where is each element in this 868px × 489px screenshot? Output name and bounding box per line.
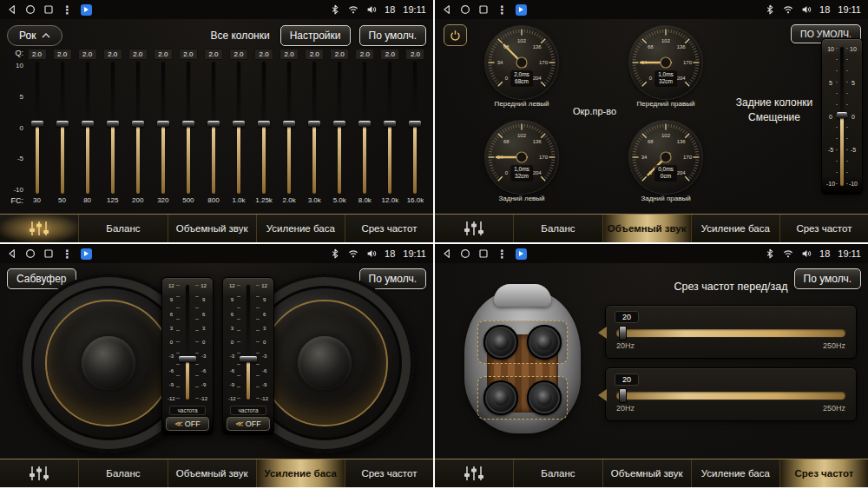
bass-slider-panel-left[interactable]: 129630-3-6-9-12 129630-3-6-9-12 частота …	[161, 277, 214, 435]
menu-icon[interactable]: ⋮	[62, 248, 73, 260]
band-slider-handle[interactable]	[258, 121, 270, 127]
band-slider[interactable]	[332, 62, 346, 194]
power-button[interactable]	[444, 24, 467, 46]
band-slider[interactable]	[408, 62, 422, 194]
gauge-front-left[interactable]: 03468102136170204 2,0ms68cm Передний лев…	[485, 26, 558, 108]
preset-dropdown[interactable]: Рок	[7, 25, 62, 46]
band-slider-handle[interactable]	[207, 121, 220, 127]
equalizer-body: Рок Все колонки Настройки По умолч. Q: 1…	[0, 19, 433, 214]
notification-app-icon[interactable]	[81, 4, 92, 16]
cutoff-slider-handle[interactable]	[619, 388, 627, 403]
back-icon[interactable]	[7, 4, 17, 15]
tab-surround[interactable]: Объемный звук	[602, 215, 691, 242]
settings-button[interactable]: Настройки	[280, 25, 351, 46]
band-slider[interactable]	[106, 62, 120, 194]
tab-freq-cut[interactable]: Срез частот	[779, 459, 868, 487]
cutoff-slider[interactable]	[616, 329, 845, 337]
tab-bass-boost[interactable]: Усиление баса	[256, 459, 345, 487]
tab-bass-boost[interactable]: Усиление баса	[691, 215, 779, 242]
recents-icon[interactable]	[43, 248, 54, 259]
four-screen-grid: ⋮ 18 19:11 Рок Все колонки Настройки По …	[0, 0, 868, 489]
gauge-rear-left[interactable]: 03468102136170204 1,0ms32cm Задний левый	[485, 121, 558, 202]
menu-icon[interactable]: ⋮	[496, 248, 508, 260]
band-slider[interactable]	[181, 62, 195, 194]
band-slider[interactable]	[282, 62, 296, 194]
recents-icon[interactable]	[478, 4, 489, 15]
eq-default-button[interactable]: По умолч.	[359, 25, 426, 46]
home-icon[interactable]	[25, 4, 36, 15]
home-icon[interactable]	[460, 248, 470, 259]
band-slider-handle[interactable]	[333, 121, 345, 127]
freqcut-default-button[interactable]: По умолч.	[794, 268, 861, 289]
rear-offset-slider[interactable]: 1050-5-10 1050-5-10	[821, 38, 863, 195]
band-slider[interactable]	[358, 62, 372, 194]
rear-speaker-pair[interactable]	[477, 376, 568, 420]
tab-bass-boost[interactable]: Усиление баса	[691, 459, 779, 487]
band-slider-handle[interactable]	[308, 121, 320, 127]
menu-icon[interactable]: ⋮	[62, 4, 73, 16]
band-slider[interactable]	[131, 62, 145, 194]
band-slider-handle[interactable]	[182, 121, 194, 127]
offset-slider-handle[interactable]	[837, 112, 846, 118]
gauge-rear-right[interactable]: 03468102136170204 0,0ms0cm Задний правый	[629, 121, 702, 202]
tab-surround[interactable]: Объемный звук	[168, 459, 256, 487]
tab-equalizer[interactable]	[0, 459, 78, 487]
tab-equalizer[interactable]	[435, 215, 513, 242]
back-icon[interactable]	[442, 4, 452, 15]
notification-app-icon[interactable]	[516, 4, 527, 16]
band-slider-handle[interactable]	[82, 121, 94, 127]
menu-icon[interactable]: ⋮	[496, 4, 508, 16]
tab-equalizer[interactable]	[0, 215, 78, 242]
notification-app-icon[interactable]	[81, 248, 92, 260]
bass-slider-panel-right[interactable]: 129630-3-6-9-12 129630-3-6-9-12 частота …	[222, 277, 274, 435]
band-slider[interactable]	[257, 62, 271, 194]
tab-freq-cut[interactable]: Срез частот	[779, 215, 868, 242]
bass-slider-handle[interactable]	[240, 356, 257, 362]
band-slider[interactable]	[307, 62, 321, 194]
band-slider-handle[interactable]	[132, 121, 144, 127]
band-frequency: 16.0k	[407, 196, 424, 207]
tab-balance[interactable]: Баланс	[513, 215, 602, 242]
band-slider-handle[interactable]	[107, 121, 119, 127]
band-slider[interactable]	[207, 62, 220, 194]
band-slider[interactable]	[383, 62, 397, 194]
back-icon[interactable]	[7, 248, 17, 259]
tab-freq-cut[interactable]: Срез частот	[345, 215, 433, 242]
band-slider-handle[interactable]	[31, 121, 43, 127]
tab-surround[interactable]: Объемный звук	[168, 215, 256, 242]
tab-bass-boost[interactable]: Усиление баса	[256, 215, 345, 242]
home-icon[interactable]	[460, 4, 470, 15]
band-slider-handle[interactable]	[157, 121, 169, 127]
back-icon[interactable]	[442, 248, 452, 259]
tab-balance[interactable]: Баланс	[78, 459, 167, 487]
subwoofer-off-button[interactable]: ≪ OFF	[227, 417, 269, 431]
band-slider-handle[interactable]	[409, 121, 421, 127]
tab-balance[interactable]: Баланс	[78, 215, 167, 242]
recents-icon[interactable]	[478, 248, 489, 259]
cutoff-slider[interactable]	[616, 392, 845, 400]
band-slider[interactable]	[156, 62, 170, 194]
band-slider[interactable]	[232, 62, 246, 194]
cutoff-slider-handle[interactable]	[619, 326, 627, 340]
home-icon[interactable]	[25, 248, 36, 259]
recents-icon[interactable]	[43, 4, 54, 15]
bass-slider-handle[interactable]	[179, 356, 196, 362]
subwoofer-off-button[interactable]: ≪ OFF	[166, 417, 208, 431]
gauge-front-right[interactable]: 03468102136170204 1,0ms32cm Передний пра…	[629, 26, 702, 108]
band-slider[interactable]	[81, 62, 95, 194]
tab-equalizer[interactable]	[435, 459, 513, 487]
tab-surround[interactable]: Объемный звук	[602, 459, 691, 487]
band-slider-handle[interactable]	[233, 121, 245, 127]
band-slider-handle[interactable]	[384, 121, 396, 127]
tab-balance[interactable]: Баланс	[513, 459, 602, 487]
band-slider[interactable]	[30, 62, 44, 194]
eq-band-320: 2.0320	[152, 49, 174, 207]
front-speaker-pair[interactable]	[477, 320, 568, 364]
svg-text:0: 0	[505, 76, 509, 81]
notification-app-icon[interactable]	[516, 248, 527, 260]
band-slider-handle[interactable]	[283, 121, 295, 127]
band-slider[interactable]	[56, 62, 69, 194]
band-slider-handle[interactable]	[56, 121, 69, 127]
band-slider-handle[interactable]	[358, 121, 371, 127]
tab-freq-cut[interactable]: Срез частот	[345, 459, 433, 487]
